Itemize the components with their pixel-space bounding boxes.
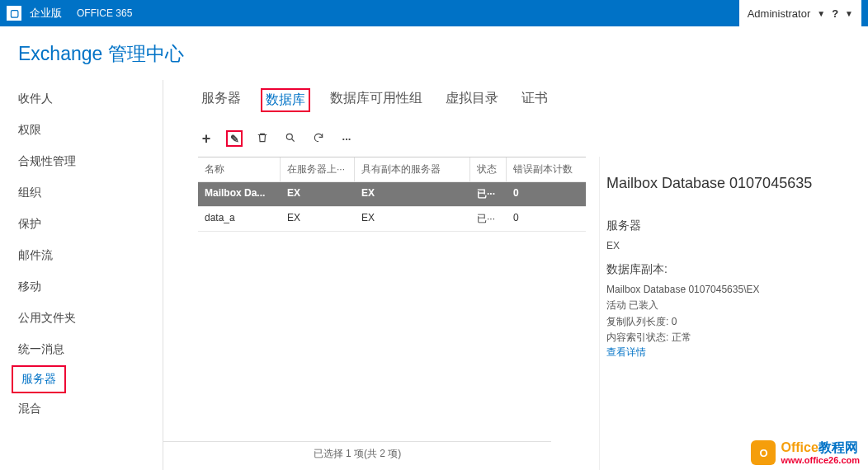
- sidebar-item-permissions[interactable]: 权限: [0, 115, 163, 146]
- table-row[interactable]: data_a EX EX 已··· 0: [198, 207, 586, 232]
- th-onserver[interactable]: 在服务器上···: [281, 157, 355, 181]
- sidebar-item-compliance[interactable]: 合规性管理: [0, 146, 163, 177]
- queue-length: 复制队列长度: 0: [606, 314, 855, 330]
- more-button[interactable]: ···: [338, 130, 355, 147]
- toolbar: + ✎ ···: [198, 124, 868, 157]
- edit-button[interactable]: ✎: [226, 130, 243, 147]
- admin-name: Administrator: [748, 7, 811, 20]
- watermark-icon: O: [751, 440, 776, 465]
- search-button[interactable]: [282, 130, 299, 147]
- refresh-icon: [313, 132, 324, 146]
- table-row[interactable]: Mailbox Da... EX EX 已··· 0: [198, 182, 586, 207]
- search-icon: [285, 132, 296, 146]
- trash-icon: [257, 132, 268, 146]
- add-button[interactable]: +: [198, 130, 215, 147]
- delete-button[interactable]: [254, 130, 271, 147]
- ellipsis-icon: ···: [342, 133, 351, 145]
- details-panel: Mailbox Database 0107045635 服务器 EX 数据库副本…: [599, 157, 868, 470]
- activity-status: 活动 已装入: [606, 298, 855, 313]
- table-header: 名称 在服务器上··· 具有副本的服务器 状态 错误副本计数: [198, 157, 586, 182]
- tab-servers[interactable]: 服务器: [198, 88, 244, 112]
- sidebar-item-protection[interactable]: 保护: [0, 209, 163, 240]
- th-name[interactable]: 名称: [198, 157, 281, 181]
- sidebar-item-mobile[interactable]: 移动: [0, 271, 163, 303]
- sidebar-item-unifiedmessaging[interactable]: 统一消息: [0, 334, 163, 365]
- view-details-link[interactable]: 查看详情: [606, 346, 646, 358]
- copies-label: 数据库副本:: [606, 262, 855, 277]
- page-title: Exchange 管理中心: [0, 26, 868, 80]
- sidebar-item-servers[interactable]: 服务器: [12, 365, 66, 393]
- sidebar-item-hybrid[interactable]: 混合: [0, 393, 163, 425]
- tab-dag[interactable]: 数据库可用性组: [327, 88, 426, 112]
- sidebar-item-mailflow[interactable]: 邮件流: [0, 240, 163, 271]
- th-status[interactable]: 状态: [470, 157, 507, 181]
- help-icon[interactable]: ?: [832, 7, 838, 20]
- plus-icon: +: [202, 130, 211, 148]
- data-table: 名称 在服务器上··· 具有副本的服务器 状态 错误副本计数 Mailbox D…: [198, 157, 586, 470]
- admin-menu[interactable]: Administrator ▼ ? ▼: [739, 0, 861, 26]
- details-title: Mailbox Database 0107045635: [606, 175, 855, 192]
- selection-footer: 已选择 1 项(共 2 项): [163, 441, 551, 461]
- office-logo-icon: ▢: [7, 6, 21, 21]
- index-status: 内容索引状态: 正常: [606, 330, 855, 345]
- caret-down-icon: ▼: [817, 9, 825, 18]
- sidebar-item-recipients[interactable]: 收件人: [0, 83, 163, 115]
- th-errorcount[interactable]: 错误副本计数: [507, 157, 581, 181]
- top-bar: ▢ 企业版 OFFICE 365 Administrator ▼ ? ▼: [0, 0, 868, 26]
- server-label: 服务器: [606, 219, 855, 233]
- tabs: 服务器 数据库 数据库可用性组 虚拟目录 证书: [198, 80, 868, 124]
- tab-virtualdirs[interactable]: 虚拟目录: [442, 88, 502, 112]
- watermark-url: www.office26.com: [781, 455, 860, 465]
- sidebar: 收件人 权限 合规性管理 组织 保护 邮件流 移动 公用文件夹 统一消息 服务器…: [0, 80, 163, 470]
- server-value: EX: [606, 238, 855, 254]
- product-label: OFFICE 365: [77, 7, 132, 19]
- brand-label: 企业版: [30, 6, 62, 21]
- pencil-icon: ✎: [230, 133, 239, 145]
- svg-point-0: [286, 134, 292, 139]
- th-copyserver[interactable]: 具有副本的服务器: [355, 157, 470, 181]
- tab-certs[interactable]: 证书: [518, 88, 551, 112]
- refresh-button[interactable]: [310, 130, 327, 147]
- copy-path: Mailbox Database 0107045635\EX: [606, 282, 855, 298]
- sidebar-item-organization[interactable]: 组织: [0, 177, 163, 209]
- watermark: O Office教程网 www.office26.com: [751, 440, 860, 465]
- caret-down-icon: ▼: [845, 9, 853, 18]
- sidebar-item-publicfolders[interactable]: 公用文件夹: [0, 303, 163, 334]
- tab-databases[interactable]: 数据库: [261, 88, 310, 112]
- main-content: 服务器 数据库 数据库可用性组 虚拟目录 证书 + ✎: [163, 80, 868, 470]
